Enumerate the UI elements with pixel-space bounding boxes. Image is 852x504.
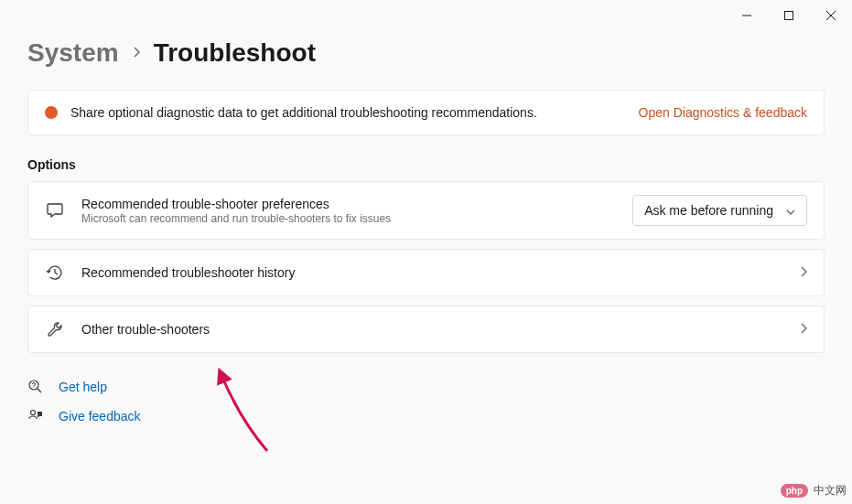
comment-icon — [45, 200, 65, 220]
other-title: Other trouble-shooters — [81, 322, 783, 337]
close-button[interactable] — [810, 2, 852, 29]
chevron-down-icon — [786, 203, 795, 218]
minimize-icon — [742, 11, 751, 20]
diagnostic-banner: Share optional diagnostic data to get ad… — [27, 90, 825, 135]
other-troubleshooters-card[interactable]: Other trouble-shooters — [27, 306, 825, 353]
help-icon — [27, 379, 44, 395]
chevron-right-icon — [132, 44, 141, 63]
maximize-button[interactable] — [768, 2, 810, 29]
dropdown-value: Ask me before running — [644, 203, 773, 218]
svg-rect-1 — [785, 12, 793, 20]
breadcrumb-parent[interactable]: System — [27, 38, 119, 68]
chevron-right-icon — [800, 322, 807, 337]
open-diagnostics-link[interactable]: Open Diagnostics & feedback — [639, 105, 807, 120]
info-icon — [45, 106, 58, 119]
chevron-right-icon — [800, 265, 807, 280]
preferences-dropdown[interactable]: Ask me before running — [632, 195, 807, 226]
history-card[interactable]: Recommended troubleshooter history — [27, 249, 825, 296]
get-help-label: Get help — [59, 380, 107, 394]
feedback-icon — [27, 408, 44, 424]
watermark-text: 中文网 — [814, 483, 847, 499]
preferences-title: Recommended trouble-shooter preferences — [81, 197, 616, 211]
history-title: Recommended troubleshooter history — [81, 265, 783, 280]
give-feedback-label: Give feedback — [59, 409, 141, 424]
watermark: php 中文网 — [781, 483, 847, 499]
options-heading: Options — [27, 157, 825, 172]
page-title: Troubleshoot — [154, 38, 316, 68]
svg-point-5 — [31, 411, 36, 415]
breadcrumb: System Troubleshoot — [27, 38, 825, 68]
close-icon — [826, 11, 836, 20]
wrench-icon — [45, 319, 65, 339]
window-controls — [0, 0, 852, 27]
give-feedback-link[interactable]: Give feedback — [27, 408, 825, 424]
preferences-card: Recommended trouble-shooter preferences … — [27, 181, 825, 240]
history-icon — [45, 263, 65, 283]
banner-text: Share optional diagnostic data to get ad… — [70, 105, 626, 120]
footer-links: Get help Give feedback — [27, 379, 825, 424]
preferences-subtitle: Microsoft can recommend and run trouble-… — [81, 212, 616, 225]
maximize-icon — [784, 11, 793, 20]
minimize-button[interactable] — [726, 2, 768, 29]
get-help-link[interactable]: Get help — [27, 379, 825, 395]
watermark-bubble: php — [781, 484, 808, 498]
